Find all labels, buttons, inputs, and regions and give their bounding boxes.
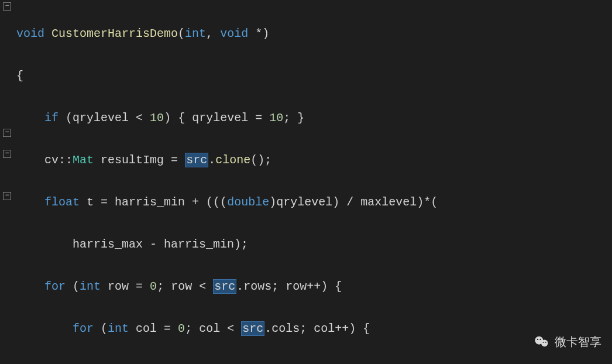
- identifier: row: [286, 280, 307, 293]
- identifier: harris_min: [115, 195, 185, 209]
- fold-gutter: − − − −: [0, 0, 14, 364]
- identifier: qrylevel: [276, 195, 332, 209]
- identifier: row: [108, 280, 129, 293]
- watermark-text: 微卡智享: [555, 334, 601, 350]
- identifier: harris_max: [73, 238, 143, 251]
- code-line: void CustomerHarrisDemo(int, void *): [16, 23, 612, 44]
- identifier: row: [171, 280, 192, 293]
- keyword: for: [73, 322, 94, 335]
- operator: <: [136, 111, 143, 125]
- namespace: cv: [44, 153, 59, 167]
- type-keyword: void: [220, 27, 248, 40]
- number: 10: [269, 111, 283, 125]
- keyword: for: [44, 280, 66, 293]
- code-line: {: [16, 66, 612, 87]
- number: 0: [178, 322, 185, 335]
- type-keyword: int: [80, 280, 101, 293]
- code-editor[interactable]: − − − − void CustomerHarrisDemo(int, voi…: [0, 0, 612, 364]
- type-keyword: double: [227, 195, 269, 209]
- code-line: for (int row = 0; row < src.rows; row++)…: [16, 276, 612, 297]
- identifier: qrylevel: [192, 111, 248, 125]
- highlighted-identifier: src: [241, 321, 264, 336]
- identifier: maxlevel: [360, 195, 417, 209]
- code-line: cv::Mat resultImg = src.clone();: [16, 150, 612, 171]
- identifier: t: [87, 195, 94, 209]
- keyword: if: [44, 111, 59, 125]
- identifier: col: [314, 322, 335, 335]
- code-line: float t = harris_min + (((double)qryleve…: [16, 192, 612, 213]
- code-line: for (int col = 0; col < src.cols; col++)…: [16, 318, 612, 339]
- method: clone: [215, 153, 250, 167]
- function-name: CustomerHarrisDemo: [51, 27, 178, 40]
- watermark: 微卡智享: [534, 334, 601, 350]
- code-area[interactable]: void CustomerHarrisDemo(int, void *) { i…: [14, 0, 612, 364]
- operator: =: [255, 111, 262, 125]
- highlighted-identifier: src: [213, 279, 236, 294]
- identifier: resultImg: [101, 153, 164, 167]
- keyword: void: [16, 27, 44, 40]
- type-keyword: int: [185, 27, 206, 40]
- svg-point-1: [541, 340, 548, 347]
- brace: {: [16, 69, 23, 83]
- identifier: col: [136, 322, 157, 335]
- member: cols: [271, 322, 300, 335]
- type: Mat: [73, 153, 94, 167]
- wechat-icon: [534, 334, 550, 350]
- number: 10: [150, 111, 164, 125]
- code-line: harris_max - harris_min);: [16, 234, 612, 255]
- fold-toggle[interactable]: −: [3, 2, 11, 11]
- code-line: if (qrylevel < 10) { qrylevel = 10; }: [16, 108, 612, 129]
- member: rows: [243, 280, 271, 293]
- identifier: col: [199, 322, 220, 335]
- svg-point-2: [537, 339, 538, 340]
- svg-point-3: [540, 339, 541, 340]
- code-line: float v = harrisRspImg.at<float>(row, co…: [16, 360, 612, 364]
- fold-toggle[interactable]: −: [3, 192, 11, 200]
- type-keyword: int: [108, 322, 129, 335]
- fold-toggle[interactable]: −: [3, 150, 11, 158]
- identifier: harris_min: [164, 238, 234, 251]
- fold-toggle[interactable]: −: [3, 129, 11, 137]
- operator: ::: [59, 153, 73, 167]
- svg-point-5: [545, 342, 546, 343]
- number: 0: [150, 280, 157, 293]
- svg-point-4: [543, 342, 544, 343]
- operator: *: [248, 27, 262, 40]
- highlighted-identifier: src: [185, 153, 208, 167]
- identifier: qrylevel: [73, 111, 129, 125]
- type-keyword: float: [44, 195, 80, 209]
